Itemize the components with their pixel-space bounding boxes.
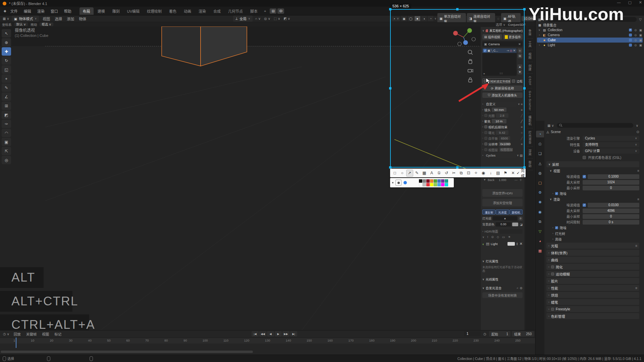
value-field[interactable]: 0 xyxy=(583,214,639,219)
outliner-row[interactable]: › ● Light ⊙ ▣ xyxy=(537,43,643,48)
hdri-ground-label[interactable]: HDRI地面 xyxy=(485,229,498,234)
camera-setting-row[interactable]: › 视图层 视图图层 xyxy=(482,147,523,152)
no-emissive-button[interactable]: 场景中没有发射材质 xyxy=(482,292,523,298)
outliner-search-input[interactable] xyxy=(547,17,637,22)
render-section-header[interactable]: ›色彩管理 xyxy=(546,313,639,319)
disclosure-icon[interactable]: › xyxy=(538,34,541,37)
editor-type-icon[interactable]: ▦ ∨ xyxy=(2,16,10,21)
annotation-tool-button[interactable]: ✧ xyxy=(473,170,480,177)
properties-tab[interactable]: ◉ xyxy=(536,208,544,215)
orientation-dropdown[interactable]: ⟂全局∨ xyxy=(233,15,253,22)
down-arrow-icon[interactable]: ▼ xyxy=(516,244,518,246)
annotation-tool-button[interactable]: ▦ xyxy=(421,170,428,177)
clear-icon[interactable]: ✕ xyxy=(518,42,521,46)
solid-shading-button[interactable]: ● xyxy=(415,16,420,21)
workspace-tab[interactable]: 建模 xyxy=(94,7,108,15)
camera-list-item[interactable]: ✓ ▣ ╲ C... ⇥ ◎ ✕ xyxy=(482,48,517,53)
lock-camera-to-view-toggle[interactable]: 将相机锁定到视图 xyxy=(482,78,511,84)
setting-trailing-icon[interactable]: ╱ xyxy=(521,137,523,140)
render-section-header[interactable]: ›运动模糊 xyxy=(546,271,639,277)
annotation-tool-button[interactable]: ⚑ xyxy=(502,170,509,177)
viewport-menu[interactable]: 视图 xyxy=(40,15,52,22)
value-field[interactable]: 0.1000 xyxy=(588,174,639,179)
search-icon[interactable]: ⌕ xyxy=(517,286,518,290)
light-group-dropdown[interactable]: ▴ xyxy=(493,216,517,221)
workspace-tab[interactable]: 脚本 xyxy=(247,7,261,15)
palette-color[interactable] xyxy=(437,179,441,183)
world-action-button[interactable]: 添加天空纹理 xyxy=(482,199,523,206)
render-visibility-icon[interactable]: ▣ xyxy=(639,44,642,47)
panel-header[interactable]: ∨ 真实相机 (Photographer) xyxy=(482,28,523,33)
viewport-denoise-collapse[interactable]: ›✓降噪 xyxy=(546,191,639,196)
workspace-tab[interactable]: UV编辑 xyxy=(124,7,143,15)
render-section-header[interactable]: ›光程≡ xyxy=(546,243,639,249)
viewport-tool-button[interactable]: ▣ xyxy=(2,138,11,146)
property-dropdown[interactable]: Cycles∨ xyxy=(583,136,639,141)
capture-handle[interactable] xyxy=(389,166,391,169)
transport-button[interactable]: ◀◀ xyxy=(259,331,266,337)
maximize-button[interactable]: ▢ xyxy=(628,0,631,5)
capture-handle[interactable] xyxy=(523,8,526,10)
viewport-menu[interactable]: 物体 xyxy=(76,15,89,22)
frame-start-field[interactable]: 起始1 xyxy=(489,331,511,337)
proportional-edit-icon[interactable]: ◎ ∨ xyxy=(263,16,271,21)
properties-tab[interactable]: ▦ xyxy=(536,247,544,254)
camera-setting-row[interactable]: › 镜头 50 mm ≡ xyxy=(482,107,523,112)
viewport-tool-button[interactable]: ↻ xyxy=(2,56,11,65)
timeline-menu[interactable]: 标记 xyxy=(52,331,64,337)
setting-value-field[interactable]: 6500 xyxy=(499,136,510,140)
camera-selector[interactable]: ▣ Camera ✕ xyxy=(482,41,523,47)
properties-tab[interactable]: ⧉ xyxy=(536,218,544,225)
setting-value-field[interactable]: 50 mm xyxy=(492,108,507,112)
viewport-menu[interactable]: 选择 xyxy=(52,15,64,22)
viewport-sampling-header[interactable]: ∨视图≡ xyxy=(546,168,639,173)
sidebar-tab[interactable]: 工具 xyxy=(527,39,533,50)
camera-setting-row[interactable]: › 分辨率 0x1080 ≡ xyxy=(482,141,523,146)
outliner-row[interactable]: › ■ Cube ⊙ ▣ xyxy=(537,38,643,43)
selectability-checkbox[interactable]: ✓ xyxy=(629,28,632,32)
mode-selector[interactable]: ▣物体模式∨ xyxy=(12,15,39,22)
property-dropdown[interactable]: 支持特性∨ xyxy=(583,142,639,147)
eye-icon[interactable]: ⊙ xyxy=(634,44,637,47)
item-checkbox[interactable]: ✓ xyxy=(483,49,487,52)
eye-icon[interactable]: ⊙ xyxy=(634,39,637,42)
snap-magnet-icon[interactable]: ∩ ∨ xyxy=(254,16,262,21)
render-visibility-icon[interactable]: ▣ xyxy=(639,39,642,42)
properties-tab[interactable]: ❋ xyxy=(536,199,544,205)
light-mix-toggle[interactable]: 跟相机 xyxy=(509,209,523,215)
delete-light-icon[interactable]: ✕ xyxy=(520,242,523,246)
disclosure-icon[interactable]: ∨ xyxy=(538,28,541,32)
sidebar-tab[interactable]: 创建 xyxy=(527,62,533,74)
render-section-header[interactable]: ›体积(世界) xyxy=(546,250,639,256)
sidebar-tab[interactable]: Geo-Scatter xyxy=(528,88,532,114)
lock-view-icon[interactable] xyxy=(467,76,474,83)
setting-trailing-icon[interactable]: ╱ xyxy=(521,120,523,123)
workspace-tab[interactable]: 雕刻 xyxy=(109,7,123,15)
target-icon[interactable]: ◎ xyxy=(510,49,513,52)
render-section-header[interactable]: ›性能≡ xyxy=(546,285,639,291)
frame-end-field[interactable]: 结束250 xyxy=(512,331,534,337)
properties-search-input[interactable] xyxy=(557,123,633,128)
size-medium-dot-selected[interactable] xyxy=(395,180,401,186)
size-large-dot[interactable] xyxy=(404,181,407,184)
preset-list-icon[interactable]: ≡ xyxy=(637,197,639,201)
render-section-header[interactable]: ›Freestyle xyxy=(546,306,639,312)
viewport-tool-button[interactable]: ◎ xyxy=(2,156,11,164)
add-light-group-button[interactable]: ＋ xyxy=(519,217,523,221)
disclosure-icon[interactable]: › xyxy=(538,44,541,47)
sampling-collapse-row[interactable]: ›✓灯光树 xyxy=(546,231,639,236)
transport-button[interactable]: ▶ xyxy=(275,331,282,337)
viewport-tool-button[interactable]: ◩ xyxy=(2,111,11,119)
overlays-button[interactable]: ▣ xyxy=(401,16,407,21)
duplicate-item-button[interactable]: ⧉ xyxy=(518,54,522,58)
annotation-tool-button[interactable]: ↗ xyxy=(406,170,413,177)
select-mode-dropdown[interactable]: 框选 ∨ xyxy=(40,22,53,26)
workspace-tab[interactable]: 渲染 xyxy=(195,7,209,15)
minimize-button[interactable]: — xyxy=(617,0,621,5)
value-field[interactable]: 0.0100 xyxy=(588,203,639,207)
3d-viewport[interactable]: ↖⊕✚↻◱⌖✎∠⊞◩✑◠▣⇱◎ 摄像机透视 (1) Collection | C… xyxy=(0,26,535,330)
viewport-tool-button[interactable]: ◠ xyxy=(2,129,11,137)
palette-color[interactable] xyxy=(437,183,441,186)
setting-checkbox[interactable] xyxy=(484,148,487,151)
sidebar-tab[interactable]: 条目 xyxy=(527,27,533,39)
